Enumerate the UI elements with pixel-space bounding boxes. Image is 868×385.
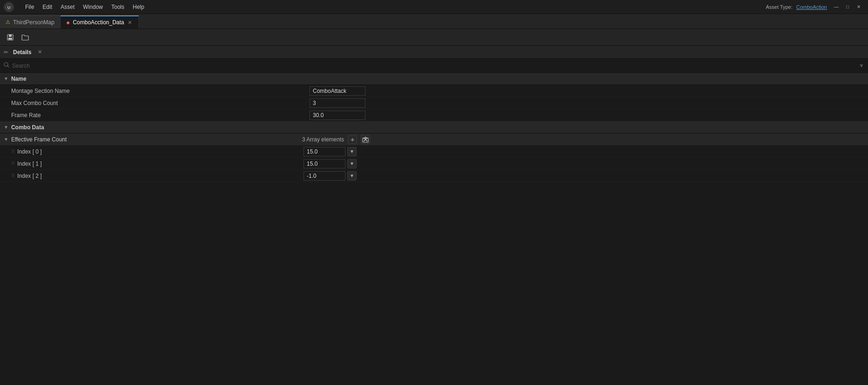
effective-frame-count-header: ▼ Effective Frame Count 3 Array elements… bbox=[0, 133, 868, 146]
asset-type-label: Asset Type: bbox=[766, 4, 792, 10]
combo-data-label: Combo Data bbox=[11, 124, 44, 131]
index-2-dropdown[interactable]: ▼ bbox=[347, 171, 357, 181]
index-2-value-wrap: ▼ bbox=[303, 171, 357, 181]
montage-section-name-value bbox=[310, 86, 864, 96]
array-count: 3 Array elements bbox=[302, 136, 344, 143]
maximize-button[interactable]: □ bbox=[842, 3, 853, 11]
array-item-2: ⠿ Index [ 2 ] ▼ bbox=[0, 170, 868, 182]
tab-thirdpersonmap-label: ThirdPersonMap bbox=[13, 19, 55, 26]
panel-title: Details bbox=[13, 49, 31, 56]
save-button[interactable] bbox=[4, 31, 17, 43]
effective-frame-count-chevron-icon[interactable]: ▼ bbox=[4, 137, 8, 142]
open-folder-button[interactable] bbox=[19, 31, 32, 43]
section-combo-data[interactable]: ▼ Combo Data bbox=[0, 121, 868, 133]
index-0-input[interactable] bbox=[303, 147, 345, 156]
search-icon bbox=[4, 62, 9, 69]
array-delete-button[interactable] bbox=[361, 135, 370, 144]
svg-rect-7 bbox=[363, 138, 368, 142]
minimize-button[interactable]: — bbox=[831, 3, 842, 11]
index-0-label: Index [ 0 ] bbox=[17, 148, 303, 155]
combo-data-chevron-icon: ▼ bbox=[4, 125, 8, 130]
index-1-value-wrap: ▼ bbox=[303, 159, 357, 168]
index-2-label: Index [ 2 ] bbox=[17, 173, 303, 179]
menu-bar: File Edit Asset Window Tools Help bbox=[21, 3, 148, 11]
array-item-1: ⠿ Index [ 1 ] ▼ bbox=[0, 158, 868, 170]
max-combo-count-value bbox=[310, 98, 864, 108]
menu-window[interactable]: Window bbox=[79, 3, 107, 11]
menu-asset[interactable]: Asset bbox=[57, 3, 78, 11]
effective-frame-count-label: Effective Frame Count bbox=[11, 136, 67, 143]
pencil-icon: ✏ bbox=[4, 49, 8, 56]
details-panel: ▼ Name Montage Section Name Max Combo Co… bbox=[0, 73, 868, 182]
array-add-button[interactable]: + bbox=[348, 135, 357, 144]
prop-frame-rate: Frame Rate bbox=[0, 109, 868, 121]
tab-comboaccction-data-label: ComboAcction_Data bbox=[73, 19, 124, 26]
svg-rect-4 bbox=[8, 38, 12, 40]
drag-handle-0[interactable]: ⠿ bbox=[11, 149, 14, 154]
svg-rect-3 bbox=[9, 35, 12, 37]
menu-tools[interactable]: Tools bbox=[108, 3, 128, 11]
section-name[interactable]: ▼ Name bbox=[0, 73, 868, 85]
close-button[interactable]: ✕ bbox=[853, 3, 864, 11]
array-item-0: ⠿ Index [ 0 ] ▼ bbox=[0, 146, 868, 158]
effective-frame-count-label-wrap: ▼ Effective Frame Count bbox=[4, 136, 302, 143]
frame-rate-label: Frame Rate bbox=[11, 112, 310, 119]
title-bar: U File Edit Asset Window Tools Help Asse… bbox=[0, 0, 868, 14]
drag-handle-1[interactable]: ⠿ bbox=[11, 161, 14, 166]
tab-combo-icon: ● bbox=[66, 19, 70, 26]
menu-help[interactable]: Help bbox=[129, 3, 148, 11]
panel-close-button[interactable]: ✕ bbox=[36, 49, 43, 56]
frame-rate-input[interactable] bbox=[310, 111, 365, 120]
max-combo-count-label: Max Combo Count bbox=[11, 100, 310, 106]
tab-comboaccction-data[interactable]: ● ComboAcction_Data ✕ bbox=[61, 15, 139, 28]
search-bar: ▼ bbox=[0, 59, 868, 73]
tab-thirdpersonmap[interactable]: ⚠ ThirdPersonMap bbox=[0, 15, 61, 28]
window-controls: — □ ✕ bbox=[831, 3, 864, 11]
index-1-dropdown[interactable]: ▼ bbox=[347, 159, 357, 168]
index-2-input[interactable] bbox=[303, 171, 345, 181]
asset-type-value[interactable]: ComboAction bbox=[796, 4, 827, 10]
tab-close-button[interactable]: ✕ bbox=[127, 19, 133, 26]
title-bar-right: Asset Type: ComboAction — □ ✕ bbox=[766, 3, 864, 11]
ue-logo: U bbox=[4, 2, 14, 12]
svg-text:U: U bbox=[7, 5, 11, 10]
index-1-label: Index [ 1 ] bbox=[17, 161, 303, 167]
index-0-dropdown[interactable]: ▼ bbox=[347, 147, 357, 156]
index-1-input[interactable] bbox=[303, 159, 345, 168]
panel-header: ✏ Details ✕ bbox=[0, 46, 868, 59]
tab-bar: ⚠ ThirdPersonMap ● ComboAcction_Data ✕ bbox=[0, 14, 868, 29]
search-filter-button[interactable]: ▼ bbox=[859, 63, 864, 69]
title-bar-left: U File Edit Asset Window Tools Help bbox=[4, 2, 148, 12]
prop-montage-section-name: Montage Section Name bbox=[0, 85, 868, 97]
name-chevron-icon: ▼ bbox=[4, 76, 8, 81]
section-name-label: Name bbox=[11, 76, 27, 82]
drag-handle-2[interactable]: ⠿ bbox=[11, 173, 14, 178]
tab-warning-icon: ⚠ bbox=[6, 19, 10, 25]
toolbar bbox=[0, 29, 868, 46]
montage-section-name-label: Montage Section Name bbox=[11, 88, 310, 94]
svg-line-6 bbox=[7, 66, 9, 67]
montage-section-name-input[interactable] bbox=[310, 86, 365, 96]
prop-max-combo-count: Max Combo Count bbox=[0, 97, 868, 109]
menu-edit[interactable]: Edit bbox=[39, 3, 56, 11]
search-input[interactable] bbox=[12, 63, 856, 69]
array-info: 3 Array elements + bbox=[302, 135, 864, 144]
max-combo-count-input[interactable] bbox=[310, 98, 365, 108]
frame-rate-value bbox=[310, 111, 864, 120]
index-0-value-wrap: ▼ bbox=[303, 147, 357, 156]
menu-file[interactable]: File bbox=[21, 3, 38, 11]
svg-point-5 bbox=[4, 63, 8, 66]
